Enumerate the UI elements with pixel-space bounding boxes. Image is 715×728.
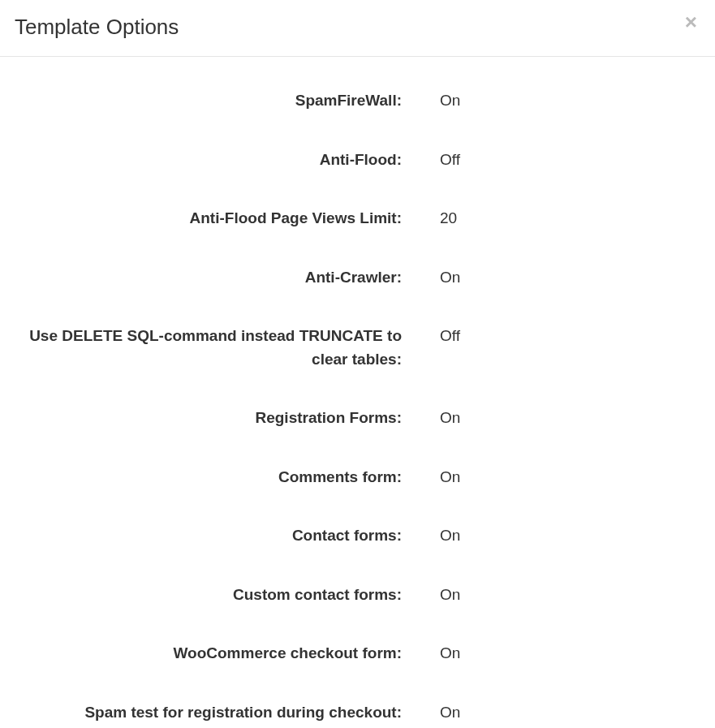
option-value: On: [402, 701, 460, 725]
option-value: Off: [402, 325, 460, 348]
option-row: Contact forms: On: [0, 524, 715, 548]
dialog-title: Template Options: [15, 15, 700, 40]
close-icon: ×: [685, 10, 697, 34]
option-value: On: [402, 89, 460, 113]
option-label: Contact forms:: [0, 524, 402, 548]
option-label: Anti-Flood Page Views Limit:: [0, 207, 402, 230]
option-row: Anti-Crawler: On: [0, 266, 715, 290]
option-row: Spam test for registration during checko…: [0, 701, 715, 725]
option-value: On: [402, 524, 460, 548]
option-row: Registration Forms: On: [0, 407, 715, 430]
option-label: WooCommerce checkout form:: [0, 642, 402, 666]
option-row: Comments form: On: [0, 466, 715, 489]
option-label: Spam test for registration during checko…: [0, 701, 402, 725]
option-value: On: [402, 266, 460, 290]
option-row: WooCommerce checkout form: On: [0, 642, 715, 666]
option-row: Anti-Flood Page Views Limit: 20: [0, 207, 715, 230]
option-label: SpamFireWall:: [0, 89, 402, 113]
option-label: Custom contact forms:: [0, 584, 402, 607]
option-label: Use DELETE SQL-command instead TRUNCATE …: [0, 325, 402, 371]
option-label: Anti-Crawler:: [0, 266, 402, 290]
option-value: On: [402, 584, 460, 607]
option-value: 20: [402, 207, 457, 230]
option-label: Comments form:: [0, 466, 402, 489]
option-value: On: [402, 407, 460, 430]
option-value: On: [402, 642, 460, 666]
close-button[interactable]: ×: [680, 11, 702, 32]
option-label: Anti-Flood:: [0, 149, 402, 172]
option-row: Custom contact forms: On: [0, 584, 715, 607]
option-row: SpamFireWall: On: [0, 89, 715, 113]
option-value: Off: [402, 149, 460, 172]
options-list: SpamFireWall: On Anti-Flood: Off Anti-Fl…: [0, 57, 715, 728]
option-label: Registration Forms:: [0, 407, 402, 430]
option-value: On: [402, 466, 460, 489]
option-row: Use DELETE SQL-command instead TRUNCATE …: [0, 325, 715, 371]
dialog-header: Template Options ×: [0, 0, 715, 57]
option-row: Anti-Flood: Off: [0, 149, 715, 172]
